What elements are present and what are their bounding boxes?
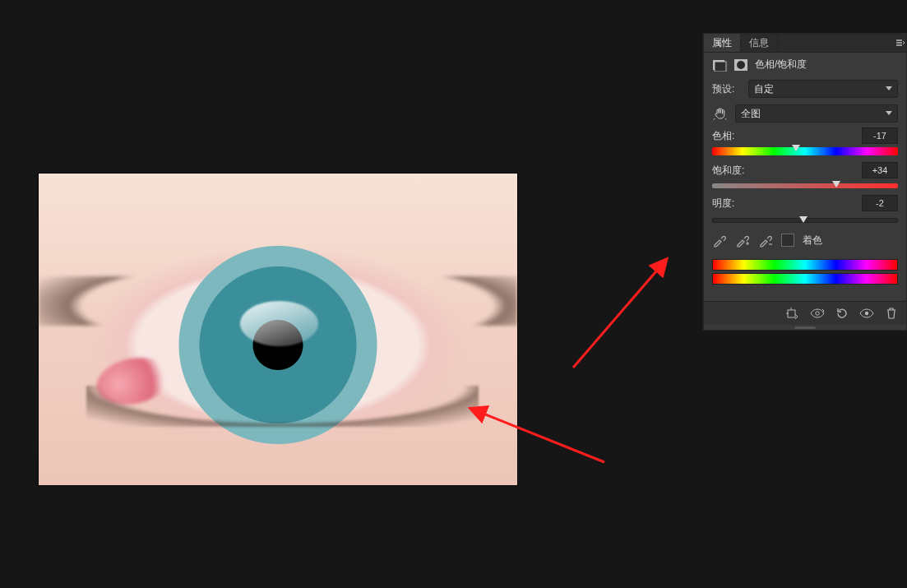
hand-scrubby-icon (713, 106, 728, 121)
lightness-slider-thumb[interactable] (799, 216, 808, 226)
eye-icon (859, 308, 874, 318)
tab-info[interactable]: 信息 (741, 34, 778, 52)
adjustment-layer-icon (712, 58, 727, 72)
eye-back-icon (810, 308, 825, 318)
hue-slider-thumb[interactable] (792, 145, 800, 155)
channel-value: 全图 (741, 107, 761, 121)
colorize-label: 着色 (803, 234, 822, 248)
channel-dropdown[interactable]: 全图 (735, 104, 898, 123)
reset-button[interactable] (834, 306, 850, 321)
properties-panel: 属性 信息 色相/饱和度 预设: 自定 (703, 33, 907, 331)
preset-value: 自定 (754, 82, 774, 96)
svg-rect-6 (788, 310, 795, 317)
spectrum-bar-bottom (712, 273, 898, 285)
saturation-label: 饱和度: (712, 164, 744, 178)
eyedropper-row: 着色 (704, 228, 906, 256)
tab-properties[interactable]: 属性 (704, 34, 741, 52)
preset-row: 预设: 自定 (704, 76, 906, 101)
canvas-image (38, 173, 518, 486)
svg-point-5 (737, 61, 745, 69)
saturation-value-input[interactable]: +34 (862, 162, 898, 178)
eyedropper-icon[interactable] (712, 233, 727, 248)
svg-rect-3 (715, 62, 726, 72)
targeted-adjust-tool[interactable] (712, 105, 729, 122)
eyedropper-add-icon[interactable] (735, 233, 750, 248)
image-detail (92, 351, 174, 411)
spectrum-bar-top (712, 259, 898, 271)
reset-icon (835, 308, 849, 319)
hue-label: 色相: (712, 129, 734, 143)
svg-line-1 (573, 260, 666, 368)
delete-adjustment-button[interactable] (883, 306, 900, 321)
hue-value-input[interactable]: -17 (862, 127, 898, 144)
saturation-slider-block: 饱和度: +34 (704, 160, 906, 193)
panel-menu-button[interactable] (895, 34, 906, 52)
saturation-slider[interactable] (712, 183, 898, 188)
colorize-checkbox[interactable] (781, 234, 794, 247)
clip-icon (786, 308, 799, 319)
eyedropper-subtract-icon[interactable] (758, 233, 773, 248)
view-previous-state-button[interactable] (809, 306, 826, 321)
image-detail (240, 301, 318, 346)
channel-row: 全图 (704, 101, 906, 126)
menu-icon (896, 39, 905, 47)
mask-icon (733, 58, 748, 72)
lightness-slider[interactable] (712, 218, 898, 223)
svg-point-8 (865, 312, 868, 315)
adjustment-header: 色相/饱和度 (704, 53, 906, 76)
lightness-slider-block: 明度: -2 (704, 193, 906, 228)
panel-tabs: 属性 信息 (704, 34, 906, 53)
preset-label: 预设: (712, 82, 742, 96)
clip-to-layer-button[interactable] (784, 306, 801, 321)
preset-dropdown[interactable]: 自定 (748, 80, 898, 98)
panel-gripper[interactable] (704, 325, 906, 330)
lightness-label: 明度: (712, 197, 734, 211)
trash-icon (886, 308, 897, 319)
adjustment-title: 色相/饱和度 (755, 58, 807, 72)
panel-footer (704, 301, 906, 325)
hue-slider[interactable] (712, 147, 898, 155)
hue-slider-block: 色相: -17 (704, 126, 906, 160)
lightness-value-input[interactable]: -2 (862, 195, 898, 211)
toggle-visibility-button[interactable] (858, 306, 875, 321)
svg-point-7 (816, 312, 819, 315)
saturation-slider-thumb[interactable] (832, 181, 840, 191)
